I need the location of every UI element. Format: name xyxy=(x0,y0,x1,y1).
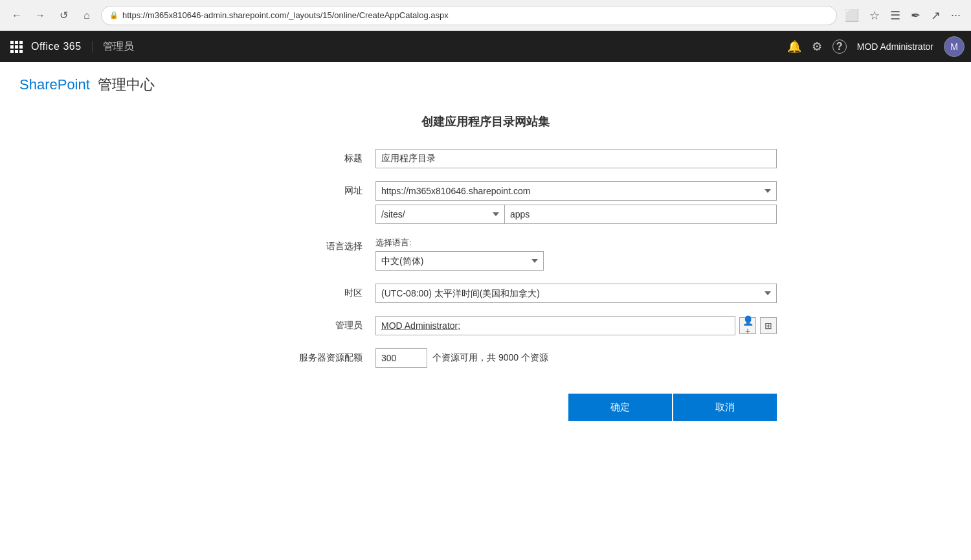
address-bar[interactable]: 🔒 https://m365x810646-admin.sharepoint.c… xyxy=(101,6,837,25)
url-domain-row: https://m365x810646.sharepoint.com xyxy=(375,181,777,201)
add-user-icon: 👤+ xyxy=(740,315,755,336)
title-input[interactable] xyxy=(375,149,777,168)
forward-button[interactable]: → xyxy=(31,6,49,25)
form-buttons: 确定 取消 xyxy=(233,394,777,421)
confirm-button[interactable]: 确定 xyxy=(568,394,672,421)
share-icon[interactable]: ↗ xyxy=(928,6,943,25)
timezone-label: 时区 xyxy=(233,284,375,299)
url-label: 网址 xyxy=(233,181,375,197)
resource-label: 服务器资源配额 xyxy=(233,348,375,364)
waffle-grid-icon xyxy=(10,41,23,53)
lock-icon: 🔒 xyxy=(109,11,118,19)
topbar-brand: Office 365 xyxy=(31,41,93,52)
browser-toolbar: ⬜ ☆ ☰ ✒ ↗ ··· xyxy=(842,6,963,25)
admin-label: 管理员 xyxy=(233,316,375,331)
resource-input-row: 个资源可用，共 9000 个资源 xyxy=(375,348,777,368)
sharepoint-title: SharePoint 管理中心 xyxy=(19,76,155,93)
language-sublabel: 选择语言: xyxy=(375,237,777,249)
page-content: 创建应用程序目录网站集 标题 网址 https://m365x810646.sh… xyxy=(0,101,971,447)
form-container: 标题 网址 https://m365x810646.sharepoint.com… xyxy=(194,149,777,421)
more-icon[interactable]: ··· xyxy=(948,6,963,25)
waffle-menu[interactable] xyxy=(6,37,26,56)
admin-control: 👤+ ⊞ xyxy=(375,316,777,335)
browse-user-button[interactable]: ⊞ xyxy=(760,317,777,334)
help-icon[interactable]: ? xyxy=(832,39,847,54)
reader-view-icon[interactable]: ⬜ xyxy=(842,6,862,25)
timezone-row: 时区 (UTC-08:00) 太平洋时间(美国和加拿大) xyxy=(233,284,777,303)
admin-center-word: 管理中心 xyxy=(98,76,155,93)
title-control xyxy=(375,149,777,168)
admin-row: 管理员 👤+ ⊞ xyxy=(233,316,777,335)
language-select[interactable]: 中文(简体) xyxy=(375,251,544,271)
favorites-icon[interactable]: ☆ xyxy=(867,6,882,25)
title-label: 标题 xyxy=(233,149,375,164)
sp-header: SharePoint 管理中心 xyxy=(0,62,971,101)
language-label: 语言选择 xyxy=(233,237,375,252)
home-button[interactable]: ⌂ xyxy=(78,6,96,25)
browser-chrome: ← → ↺ ⌂ 🔒 https://m365x810646-admin.shar… xyxy=(0,0,971,31)
url-path-row: /sites/ xyxy=(375,205,777,224)
language-row: 语言选择 选择语言: 中文(简体) xyxy=(233,237,777,271)
topbar-section: 管理员 xyxy=(103,40,134,54)
brand-name: Office 365 xyxy=(31,41,82,52)
address-text: https://m365x810646-admin.sharepoint.com… xyxy=(122,10,829,20)
bell-icon[interactable]: 🔔 xyxy=(787,39,801,54)
resource-control: 个资源可用，共 9000 个资源 xyxy=(375,348,777,368)
form-title: 创建应用程序目录网站集 xyxy=(19,114,952,129)
resource-input[interactable] xyxy=(375,348,427,368)
timezone-control: (UTC-08:00) 太平洋时间(美国和加拿大) xyxy=(375,284,777,303)
url-domain-select[interactable]: https://m365x810646.sharepoint.com xyxy=(375,181,777,201)
language-control: 选择语言: 中文(简体) xyxy=(375,237,777,271)
cancel-button[interactable]: 取消 xyxy=(673,394,777,421)
admin-input[interactable] xyxy=(375,316,735,335)
resource-row: 服务器资源配额 个资源可用，共 9000 个资源 xyxy=(233,348,777,368)
refresh-button[interactable]: ↺ xyxy=(54,6,73,25)
collections-icon[interactable]: ☰ xyxy=(887,6,903,25)
sharepoint-word: SharePoint xyxy=(19,76,90,93)
title-row: 标题 xyxy=(233,149,777,168)
back-button[interactable]: ← xyxy=(8,6,26,25)
admin-input-row: 👤+ ⊞ xyxy=(375,316,777,335)
topbar: Office 365 管理员 🔔 ⚙ ? MOD Administrator M xyxy=(0,31,971,62)
url-row: 网址 https://m365x810646.sharepoint.com /s… xyxy=(233,181,777,224)
add-user-button[interactable]: 👤+ xyxy=(739,317,756,334)
pen-icon[interactable]: ✒ xyxy=(908,6,923,25)
admin-name-text: MOD Administrator xyxy=(857,41,933,52)
browse-icon: ⊞ xyxy=(765,320,772,331)
avatar[interactable]: M xyxy=(944,36,965,57)
url-suffix-input[interactable] xyxy=(505,205,777,224)
gear-icon[interactable]: ⚙ xyxy=(812,39,822,54)
topbar-right: 🔔 ⚙ ? MOD Administrator M xyxy=(787,36,965,57)
resource-suffix-text: 个资源可用，共 9000 个资源 xyxy=(432,352,548,364)
url-path-select[interactable]: /sites/ xyxy=(375,205,505,224)
url-control: https://m365x810646.sharepoint.com /site… xyxy=(375,181,777,224)
timezone-select[interactable]: (UTC-08:00) 太平洋时间(美国和加拿大) xyxy=(375,284,777,303)
